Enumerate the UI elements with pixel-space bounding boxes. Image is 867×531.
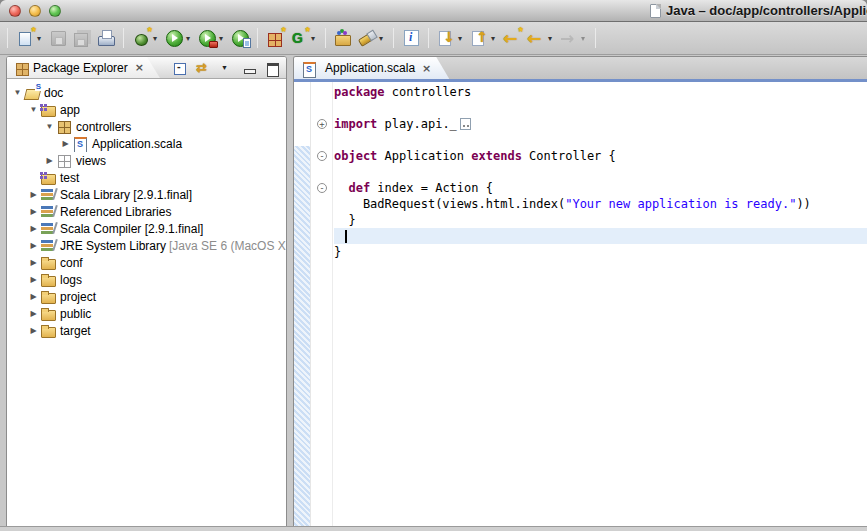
tree-item-logs[interactable]: ▶logs	[7, 271, 286, 288]
code-line-5[interactable]: object Application extends Controller {	[334, 148, 867, 164]
code-token: ))	[796, 197, 810, 211]
tree-item-target[interactable]: ▶target	[7, 322, 286, 339]
editor-tab-application-scala[interactable]: Application.scala ×	[294, 57, 449, 79]
fold-collapse-icon[interactable]: -	[317, 151, 327, 161]
tree-item-conf[interactable]: ▶conf	[7, 254, 286, 271]
code-line-7[interactable]: def index = Action {	[334, 180, 867, 196]
run-icon	[165, 29, 183, 47]
dropdown-arrow-icon[interactable]: ▾	[35, 34, 43, 43]
fold-collapse-icon[interactable]: -	[317, 183, 327, 193]
save-button	[47, 26, 69, 50]
code-text-area[interactable]: package controllersimport play.api._obje…	[334, 84, 867, 530]
search-button[interactable]: ▾	[356, 26, 387, 50]
expanded-arrow-icon[interactable]: ▼	[11, 88, 24, 97]
annotation-ruler[interactable]	[294, 82, 311, 530]
close-window-button[interactable]	[9, 5, 21, 17]
expanded-arrow-icon[interactable]: ▼	[27, 105, 40, 114]
dropdown-arrow-icon[interactable]: ▾	[456, 34, 464, 43]
run-external-tools-button[interactable]: ▾	[196, 26, 227, 50]
package-explorer-tree[interactable]: ▼doc▼app▼controllers▶Application.scala▶v…	[7, 80, 286, 530]
dropdown-arrow-icon[interactable]: ▾	[309, 34, 317, 43]
previous-annotation-button[interactable]: ▾	[468, 26, 499, 50]
editor-body[interactable]: +-- package controllersimport play.api._…	[294, 82, 867, 530]
scala-file-icon	[301, 61, 318, 76]
new-scala-wizard-button[interactable]: ▾	[288, 26, 319, 50]
link-with-editor-button[interactable]	[196, 61, 210, 75]
code-token: Application	[377, 149, 471, 163]
collapsed-arrow-icon[interactable]: ▶	[27, 326, 40, 335]
title-bar[interactable]: Java – doc/app/controllers/Application.s…	[0, 0, 867, 22]
workbench-area: Package Explorer × ▼doc▼app▼controllers▶…	[0, 55, 867, 531]
tree-item-application-scala[interactable]: ▶Application.scala	[7, 135, 286, 152]
tree-item-doc[interactable]: ▼doc	[7, 84, 286, 101]
code-line-3[interactable]: import play.api._	[334, 116, 867, 132]
tree-item-test[interactable]: test	[7, 169, 286, 186]
minimize-window-button[interactable]	[29, 5, 41, 17]
collapsed-arrow-icon[interactable]: ▶	[27, 241, 40, 250]
collapsed-arrow-icon[interactable]: ▶	[27, 275, 40, 284]
tree-item-app[interactable]: ▼app	[7, 101, 286, 118]
code-line-10[interactable]	[334, 228, 867, 244]
package-explorer-tab[interactable]: Package Explorer ×	[7, 57, 160, 78]
editor-area: Application.scala × +-- package controll…	[293, 56, 867, 531]
close-view-icon[interactable]: ×	[133, 61, 144, 74]
run-button[interactable]: ▾	[163, 26, 194, 50]
run-history-button[interactable]	[229, 26, 251, 50]
tree-item-jre-system-library[interactable]: ▶JRE System Library[Java SE 6 (MacOS X D…	[7, 237, 286, 254]
code-line-1[interactable]: package controllers	[334, 84, 867, 100]
dropdown-arrow-icon[interactable]: ▾	[377, 34, 385, 43]
code-line-2[interactable]	[334, 100, 867, 116]
close-editor-icon[interactable]: ×	[420, 62, 431, 75]
print-button[interactable]	[95, 26, 117, 50]
new-java-package-button[interactable]	[264, 26, 286, 50]
document-proxy-icon	[650, 4, 661, 18]
fold-expand-icon[interactable]: +	[317, 119, 327, 129]
show-source-info-button[interactable]	[400, 26, 422, 50]
next-annotation-button[interactable]: ▾	[435, 26, 466, 50]
zoom-window-button[interactable]	[49, 5, 61, 17]
back-button[interactable]: ▾	[525, 26, 556, 50]
nav-up-icon	[470, 29, 488, 47]
view-menu-button[interactable]	[219, 61, 233, 75]
folding-ruler[interactable]: +--	[312, 82, 333, 530]
dropdown-arrow-icon[interactable]: ▾	[151, 34, 159, 43]
collapsed-arrow-icon[interactable]: ▶	[27, 190, 40, 199]
tree-item-project[interactable]: ▶project	[7, 288, 286, 305]
dropdown-arrow-icon[interactable]: ▾	[489, 34, 497, 43]
code-line-6[interactable]	[334, 164, 867, 180]
collapsed-region-icon[interactable]	[460, 118, 471, 130]
new-button[interactable]: ▾	[14, 26, 45, 50]
tree-item-referenced-libraries[interactable]: ▶Referenced Libraries	[7, 203, 286, 220]
code-line-11[interactable]: }	[334, 244, 867, 260]
tree-item-scala-compiler-2-9-1-final[interactable]: ▶Scala Compiler [2.9.1.final]	[7, 220, 286, 237]
minimize-view-button[interactable]	[242, 61, 256, 75]
maximize-view-button[interactable]	[265, 61, 279, 75]
library-icon	[40, 187, 57, 202]
tree-item-public[interactable]: ▶public	[7, 305, 286, 322]
dropdown-arrow-icon[interactable]: ▾	[184, 34, 192, 43]
tree-item-views[interactable]: ▶views	[7, 152, 286, 169]
collapsed-arrow-icon[interactable]: ▶	[27, 309, 40, 318]
tree-item-label: doc	[43, 86, 63, 100]
code-line-8[interactable]: BadRequest(views.html.index("Your new ap…	[334, 196, 867, 212]
debug-button[interactable]: ▾	[130, 26, 161, 50]
dropdown-arrow-icon[interactable]: ▾	[546, 34, 554, 43]
library-icon	[40, 204, 57, 219]
collapsed-arrow-icon[interactable]: ▶	[59, 139, 72, 148]
tree-item-scala-library-2-9-1-final[interactable]: ▶Scala Library [2.9.1.final]	[7, 186, 286, 203]
code-line-9[interactable]: }	[334, 212, 867, 228]
dropdown-arrow-icon[interactable]: ▾	[217, 34, 225, 43]
tree-item-controllers[interactable]: ▼controllers	[7, 118, 286, 135]
open-type-button[interactable]	[332, 26, 354, 50]
collapsed-arrow-icon[interactable]: ▶	[43, 156, 56, 165]
expanded-arrow-icon[interactable]: ▼	[43, 122, 56, 131]
collapse-all-button[interactable]	[173, 61, 187, 75]
text-cursor	[345, 230, 347, 243]
collapsed-arrow-icon[interactable]: ▶	[27, 207, 40, 216]
last-edit-location-button[interactable]	[501, 26, 523, 50]
code-line-4[interactable]	[334, 132, 867, 148]
collapsed-arrow-icon[interactable]: ▶	[27, 292, 40, 301]
collapsed-arrow-icon[interactable]: ▶	[27, 224, 40, 233]
dropdown-arrow-icon[interactable]: ▾	[579, 34, 587, 43]
collapsed-arrow-icon[interactable]: ▶	[27, 258, 40, 267]
